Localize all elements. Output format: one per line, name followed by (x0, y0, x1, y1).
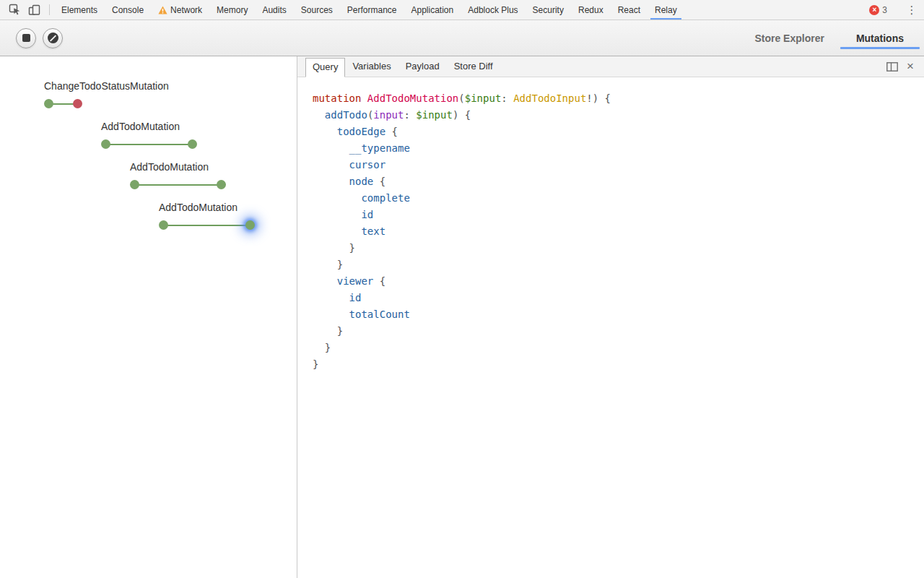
graphql-query-viewer: mutation AddTodoMutation($input: AddTodo… (297, 77, 924, 578)
devtools-tabs: Elements Console Network Memory Audits S… (54, 0, 684, 20)
devtools-menu-icon[interactable]: ⋮ (902, 4, 921, 17)
mutation-end-dot (73, 99, 82, 108)
device-toolbar-icon[interactable] (25, 0, 45, 20)
devtools-tab-react[interactable]: React (611, 0, 648, 20)
mutation-start-dot (130, 180, 139, 189)
devtools-tab-performance[interactable]: Performance (340, 0, 404, 20)
mutation-detail-panel: QueryVariablesPayloadStore Diff × mutati… (297, 56, 924, 578)
mutation-track-line (108, 144, 190, 145)
relay-view-tab-mutations[interactable]: Mutations (840, 20, 920, 56)
stop-recording-button[interactable] (16, 28, 36, 48)
mutation-track (101, 139, 197, 149)
devtools-tab-application[interactable]: Application (404, 0, 461, 20)
devtools-tab-sources[interactable]: Sources (294, 0, 340, 20)
devtools-tab-label: Relay (655, 5, 677, 15)
detail-tabs: QueryVariablesPayloadStore Diff (305, 57, 500, 77)
devtools-tab-label: Application (411, 5, 454, 15)
inspect-element-icon[interactable] (4, 0, 25, 20)
code-line: complete (313, 190, 917, 207)
mutation-list-item[interactable]: ChangeTodoStatusMutation (44, 80, 297, 108)
devtools-tab-network[interactable]: Network (151, 0, 209, 20)
devtools-tab-label: Audits (262, 5, 286, 15)
code-line: cursor (313, 157, 917, 173)
devtools-tab-label: Performance (347, 5, 397, 15)
active-view-underline (840, 47, 920, 49)
close-icon[interactable]: × (907, 61, 914, 72)
mutation-end-dot (217, 180, 226, 189)
devtools-tab-label: Adblock Plus (468, 5, 518, 15)
mutation-track (44, 99, 82, 108)
relay-view-switcher: Store Explorer Mutations (738, 20, 920, 56)
mutation-start-dot (44, 99, 53, 108)
mutation-name: AddTodoMutation (159, 202, 297, 213)
code-line: } (313, 323, 917, 340)
mutation-name: AddTodoMutation (101, 121, 297, 132)
code-line: mutation AddTodoMutation($input: AddTodo… (313, 90, 917, 107)
mutation-track-line (51, 103, 75, 105)
mutation-name: AddTodoMutation (130, 161, 297, 173)
devtools-tab-relay[interactable]: Relay (648, 0, 684, 20)
warning-icon (158, 6, 167, 14)
devtools-tab-label: Memory (217, 5, 248, 15)
relay-toolbar: Store Explorer Mutations (0, 20, 924, 56)
devtools-tab-bar: Elements Console Network Memory Audits S… (0, 0, 924, 20)
code-line: } (313, 356, 917, 373)
detail-tab-payload[interactable]: Payload (398, 57, 447, 77)
mutation-track (130, 180, 226, 189)
devtools-tab-memory[interactable]: Memory (209, 0, 255, 20)
stop-icon (22, 34, 30, 42)
relay-view-tab-label: Mutations (856, 33, 904, 44)
devtools-tab-adblock-plus[interactable]: Adblock Plus (461, 0, 525, 20)
mutations-timeline-panel: ChangeTodoStatusMutation AddTodoMutation… (0, 56, 297, 578)
code-line: id (313, 290, 917, 306)
devtools-tab-redux[interactable]: Redux (571, 0, 611, 20)
devtools-tab-label: React (618, 5, 640, 15)
devtools-tab-label: Console (112, 5, 144, 15)
detail-tab-variables[interactable]: Variables (345, 57, 398, 77)
code-line: id (313, 207, 917, 223)
block-icon (48, 33, 58, 43)
error-icon: × (869, 5, 879, 15)
detail-tab-query[interactable]: Query (305, 58, 345, 77)
error-count: 3 (882, 5, 887, 15)
mutation-list-item[interactable]: AddTodoMutation (101, 121, 297, 149)
devtools-bar-right: × 3 ⋮ (863, 0, 924, 20)
mutation-start-dot (101, 139, 110, 149)
code-line: text (313, 223, 917, 240)
code-line: node { (313, 173, 917, 190)
mutation-track-line (137, 184, 219, 186)
toolbar-divider (49, 4, 50, 15)
code-line: addTodo(input: $input) { (313, 107, 917, 124)
devtools-tab-label: Network (170, 5, 202, 15)
mutation-track-line (166, 225, 248, 226)
active-tab-underline (650, 18, 681, 20)
mutation-list-item[interactable]: AddTodoMutation (159, 202, 297, 230)
devtools-tab-label: Redux (578, 5, 603, 15)
detail-tab-strip: QueryVariablesPayloadStore Diff × (297, 56, 924, 77)
code-line: viewer { (313, 273, 917, 290)
mutation-track (159, 220, 255, 230)
mutation-name: ChangeTodoStatusMutation (44, 80, 297, 92)
mutation-list-item[interactable]: AddTodoMutation (130, 161, 297, 189)
relay-view-tab-store-explorer[interactable]: Store Explorer (738, 20, 840, 56)
error-count-badge[interactable]: × 3 (863, 5, 893, 15)
code-line: } (313, 256, 917, 273)
mutation-end-dot (188, 139, 197, 149)
devtools-tab-label: Security (533, 5, 564, 15)
relay-view-tab-label: Store Explorer (754, 33, 824, 44)
code-line: totalCount (313, 306, 917, 323)
split-view-icon[interactable] (886, 62, 898, 72)
devtools-tab-elements[interactable]: Elements (54, 0, 105, 20)
devtools-tab-security[interactable]: Security (526, 0, 571, 20)
clear-button[interactable] (43, 28, 63, 48)
code-line: todoEdge { (313, 124, 917, 140)
devtools-tab-audits[interactable]: Audits (255, 0, 293, 20)
main-content: ChangeTodoStatusMutation AddTodoMutation… (0, 56, 924, 578)
detail-tab-store-diff[interactable]: Store Diff (447, 57, 500, 77)
code-line: __typename (313, 140, 917, 157)
devtools-tab-label: Sources (301, 5, 333, 15)
code-line: } (313, 340, 917, 356)
devtools-tab-console[interactable]: Console (105, 0, 151, 20)
code-line: } (313, 240, 917, 256)
mutation-start-dot (159, 220, 168, 230)
